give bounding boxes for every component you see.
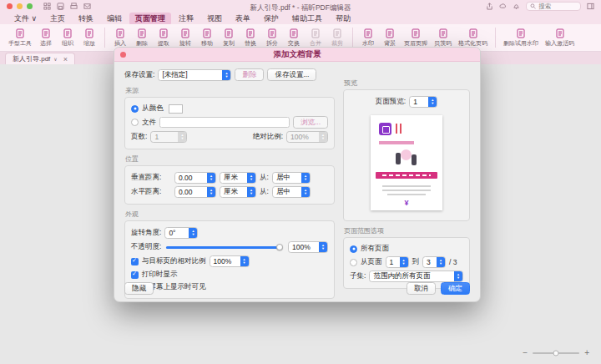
- zoom-slider[interactable]: [533, 352, 579, 354]
- ribbon-crop[interactable]: 裁剪: [326, 27, 348, 49]
- vertical-unit-select[interactable]: 厘米: [220, 172, 256, 184]
- hide-button[interactable]: 隐藏: [124, 282, 154, 295]
- show-when-print-checkbox[interactable]: [131, 271, 139, 279]
- opacity-stepper[interactable]: 100%: [288, 241, 328, 253]
- sidebar-toggle-icon[interactable]: [587, 3, 594, 10]
- menu-comment[interactable]: 注释: [173, 13, 199, 25]
- stepper-arrows-icon: [319, 242, 327, 252]
- range-from-stepper[interactable]: 1: [386, 256, 409, 268]
- zoom-out-button[interactable]: −: [523, 348, 528, 357]
- ribbon-watermark[interactable]: 水印: [357, 27, 379, 49]
- print-icon[interactable]: [70, 3, 78, 10]
- ribbon-move[interactable]: 移动: [196, 27, 218, 49]
- menu-accessibility[interactable]: 辅助工具: [286, 13, 328, 25]
- cancel-button[interactable]: 取消: [407, 282, 436, 295]
- relative-scale-checkbox[interactable]: [131, 258, 139, 265]
- preview-app-logo: [379, 123, 391, 135]
- menu-form[interactable]: 表单: [230, 13, 256, 25]
- select-arrows-icon: [301, 173, 310, 183]
- ribbon-remove-trial-watermark[interactable]: 删除试用水印: [500, 27, 542, 49]
- tab-close-icon[interactable]: ×: [63, 56, 68, 63]
- horizontal-anchor-select[interactable]: 居中: [272, 186, 311, 198]
- vertical-distance-stepper[interactable]: 0.00: [174, 172, 216, 184]
- source-section-title: 来源: [125, 86, 335, 95]
- ribbon-rotate[interactable]: 旋转: [174, 27, 196, 49]
- page-number-stepper[interactable]: 1: [150, 131, 187, 143]
- menu-help[interactable]: 帮助: [330, 13, 356, 25]
- delete-setting-button[interactable]: 删除: [235, 68, 264, 81]
- menu-page-organize[interactable]: 页面管理: [129, 13, 171, 25]
- save-setting-button[interactable]: 保存设置...: [267, 68, 316, 81]
- ribbon-format-page-number[interactable]: 格式化页码: [455, 27, 491, 49]
- ribbon-insert[interactable]: 插入: [109, 27, 131, 49]
- stepper-arrows-icon: [240, 256, 249, 266]
- apps-grid-icon[interactable]: [43, 3, 51, 10]
- ribbon-duplicate[interactable]: 复制: [218, 27, 240, 49]
- share-icon[interactable]: [486, 3, 493, 10]
- menu-convert[interactable]: 转换: [73, 13, 99, 25]
- zoom-slider-knob[interactable]: [553, 350, 559, 356]
- from-page-label: 从页面: [361, 257, 382, 267]
- search-box[interactable]: [526, 2, 581, 11]
- ribbon-hand-tool[interactable]: 手型工具: [5, 27, 35, 49]
- background-icon: [385, 28, 395, 38]
- menu-view[interactable]: 视图: [201, 13, 228, 25]
- background-color-swatch[interactable]: [169, 104, 183, 114]
- rotation-stepper[interactable]: 0°: [164, 227, 198, 239]
- window-minimize-button[interactable]: [17, 3, 23, 9]
- search-input[interactable]: [538, 3, 577, 10]
- ribbon-enter-activation-code[interactable]: 输入激活码: [542, 27, 578, 49]
- ribbon-select-tool[interactable]: 选择: [35, 27, 57, 49]
- menu-edit[interactable]: 编辑: [101, 13, 128, 25]
- horizontal-unit-select[interactable]: 厘米: [220, 186, 256, 198]
- all-pages-radio[interactable]: [350, 245, 357, 253]
- ribbon-header-footer[interactable]: 页眉页脚: [401, 27, 431, 49]
- ribbon-extract[interactable]: 提取: [153, 27, 174, 49]
- range-to-stepper[interactable]: 3: [422, 256, 446, 268]
- dialog-close-button[interactable]: [120, 52, 126, 58]
- from-page-radio[interactable]: [350, 259, 357, 266]
- document-tab[interactable]: 新人引导.pdf ∨ ×: [5, 53, 75, 64]
- browse-button[interactable]: 浏览...: [293, 116, 328, 129]
- opacity-slider-knob[interactable]: [276, 244, 283, 250]
- from-color-label: 从颜色: [142, 104, 164, 114]
- opacity-slider[interactable]: [166, 246, 283, 249]
- page-preview-stepper[interactable]: 1: [409, 96, 437, 108]
- menu-home[interactable]: 主页: [44, 13, 71, 25]
- ribbon-swap[interactable]: 交换: [283, 27, 305, 49]
- vertical-anchor-select[interactable]: 居中: [272, 172, 311, 184]
- window-close-button[interactable]: [7, 3, 13, 9]
- file-path-input[interactable]: [159, 117, 290, 128]
- subset-select[interactable]: 范围内的所有页面: [369, 270, 463, 282]
- ok-button[interactable]: 确定: [441, 282, 470, 295]
- ribbon-bates[interactable]: 贝茨码: [431, 27, 455, 49]
- cloud-icon[interactable]: [499, 3, 507, 10]
- window-zoom-button[interactable]: [27, 3, 33, 9]
- tab-dropdown-icon[interactable]: ∨: [53, 56, 57, 62]
- menu-protect[interactable]: 保护: [258, 13, 285, 25]
- ribbon-background[interactable]: 背景: [379, 27, 401, 49]
- show-when-print-label: 打印时显示: [142, 270, 178, 280]
- zoom-in-button[interactable]: +: [584, 348, 589, 357]
- from-file-radio[interactable]: [131, 119, 139, 126]
- relative-scale-stepper[interactable]: 100%: [210, 255, 250, 267]
- stepper-arrows-icon: [178, 132, 186, 142]
- save-settings-select[interactable]: [未指定]: [158, 69, 231, 81]
- bell-icon[interactable]: [513, 3, 520, 10]
- ribbon-delete[interactable]: 删除: [131, 27, 153, 49]
- absolute-scale-stepper[interactable]: 100%: [286, 131, 328, 143]
- ribbon-merge[interactable]: 合并: [305, 27, 326, 49]
- save-icon[interactable]: [57, 3, 64, 10]
- zoom-icon: [84, 28, 94, 38]
- ribbon-organize[interactable]: 组织: [57, 27, 78, 49]
- horizontal-distance-stepper[interactable]: 0.00: [174, 186, 216, 198]
- ribbon-zoom[interactable]: 缩放: [78, 27, 100, 49]
- from-color-radio[interactable]: [131, 105, 139, 113]
- position-section: 垂直距离: 0.00 厘米 从: 居中 水平距离: 0.00: [124, 165, 335, 205]
- menu-file[interactable]: 文件 ∨: [8, 13, 43, 25]
- ribbon-replace[interactable]: 替换: [240, 27, 261, 49]
- mail-icon[interactable]: [83, 3, 91, 10]
- window-titlebar: 新人引导.pdf * - 福昕PDF编辑器: [0, 0, 601, 13]
- ribbon-split[interactable]: 拆分: [261, 27, 283, 49]
- add-background-dialog: 添加文档背景 保存设置: [未指定] 删除 保存设置... 来源 从颜色: [114, 47, 481, 302]
